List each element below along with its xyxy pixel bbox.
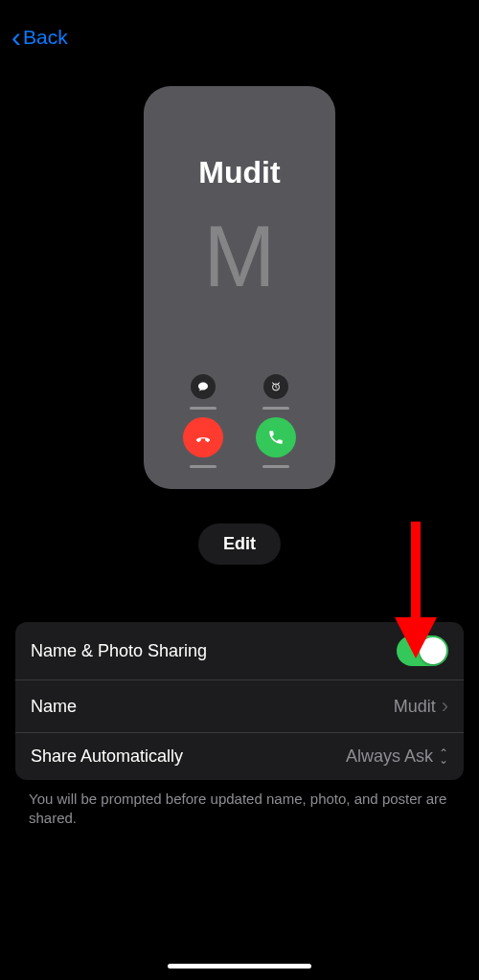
- name-photo-sharing-row: Name & Photo Sharing: [15, 622, 464, 679]
- tick-mark: [190, 407, 217, 410]
- share-automatically-row[interactable]: Share Automatically Always Ask ⌃⌄: [15, 732, 464, 780]
- home-indicator[interactable]: [168, 964, 311, 969]
- toggle-knob: [420, 637, 446, 664]
- tick-mark: [190, 465, 217, 468]
- share-auto-value: Always Ask: [346, 746, 433, 767]
- accept-call-icon: [256, 417, 296, 457]
- call-actions-preview: [144, 374, 335, 468]
- alarm-icon: [263, 374, 288, 399]
- poster-name: Mudit: [198, 155, 280, 190]
- tick-mark: [262, 465, 289, 468]
- up-down-icon: ⌃⌄: [439, 750, 448, 764]
- name-value: Mudit: [394, 697, 436, 717]
- chevron-right-icon: ›: [442, 694, 448, 719]
- decline-call-icon: [183, 417, 223, 457]
- row-label: Name & Photo Sharing: [31, 641, 207, 661]
- row-label: Share Automatically: [31, 746, 183, 767]
- poster-initial: M: [204, 208, 276, 306]
- sharing-toggle[interactable]: [397, 635, 448, 666]
- name-row[interactable]: Name Mudit ›: [15, 679, 464, 732]
- footer-description: You will be prompted before updated name…: [29, 790, 450, 829]
- message-icon: [191, 374, 216, 399]
- contact-poster-preview[interactable]: Mudit M: [144, 86, 335, 489]
- edit-button[interactable]: Edit: [198, 523, 281, 565]
- back-label: Back: [23, 26, 68, 49]
- row-label: Name: [31, 697, 77, 717]
- chevron-left-icon: ‹: [11, 23, 21, 52]
- back-button[interactable]: ‹ Back: [0, 0, 479, 75]
- sharing-settings-group: Name & Photo Sharing Name Mudit › Share …: [15, 622, 464, 780]
- tick-mark: [262, 407, 289, 410]
